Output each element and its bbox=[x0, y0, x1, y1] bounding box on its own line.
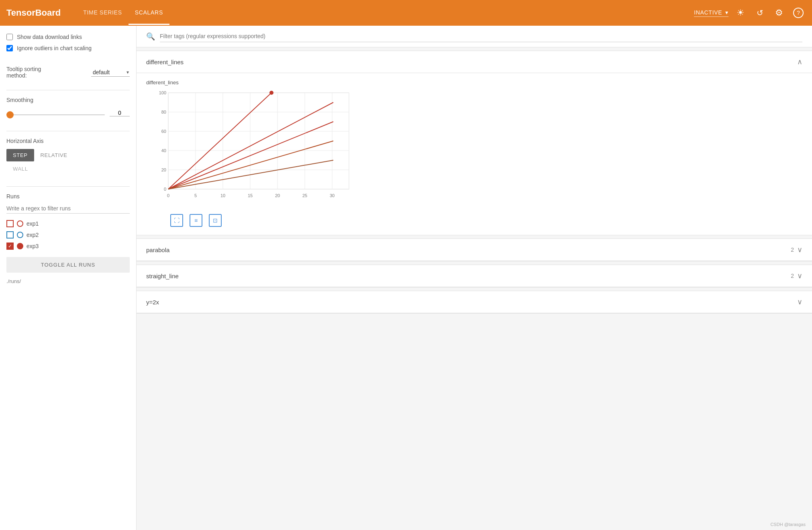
svg-text:0: 0 bbox=[167, 193, 169, 198]
app-header: TensorBoard TIME SERIES SCALARS INACTIVE… bbox=[0, 0, 812, 26]
run-circle-exp3 bbox=[17, 243, 23, 249]
section-right-y2x: ∨ bbox=[797, 298, 802, 306]
settings-button[interactable]: ⚙ bbox=[772, 6, 786, 20]
section-title-y2x: y=2x bbox=[146, 299, 159, 306]
smoothing-control: 0 bbox=[6, 110, 130, 116]
filter-tags-input[interactable] bbox=[160, 31, 802, 42]
run-label-exp1: exp1 bbox=[27, 220, 39, 227]
axis-wall-button[interactable]: WALL bbox=[6, 163, 35, 175]
section-header-straight-line[interactable]: straight_line 2 ∨ bbox=[137, 265, 812, 287]
section-right-different-lines: ∧ bbox=[797, 57, 802, 66]
nav-scalars[interactable]: SCALARS bbox=[129, 1, 169, 25]
divider-1 bbox=[6, 90, 130, 90]
section-count-parabola: 2 bbox=[791, 247, 794, 253]
chevron-down-icon-straight-line: ∨ bbox=[797, 271, 802, 280]
chart-body-different-lines: different_lines bbox=[137, 73, 812, 235]
axis-step-button[interactable]: STEP bbox=[6, 149, 34, 161]
axis-buttons: STEP RELATIVE bbox=[6, 149, 130, 161]
refresh-icon: ↺ bbox=[757, 8, 763, 18]
axis-section: Horizontal Axis STEP RELATIVE WALL bbox=[6, 138, 130, 180]
chart-different-lines: 100 80 60 40 20 0 0 5 10 15 20 25 30 bbox=[146, 89, 355, 209]
run-checkbox-exp3[interactable]: ✓ bbox=[6, 243, 14, 250]
smoothing-slider-wrapper bbox=[6, 110, 105, 116]
smoothing-section: Smoothing 0 bbox=[6, 97, 130, 124]
expand-icon: ⛶ bbox=[174, 217, 180, 224]
chart-svg-different-lines: 100 80 60 40 20 0 0 5 10 15 20 25 30 bbox=[146, 89, 355, 209]
run-label-exp2: exp2 bbox=[27, 232, 39, 238]
axis-relative-button[interactable]: RELATIVE bbox=[34, 149, 74, 161]
svg-text:20: 20 bbox=[275, 193, 280, 198]
download-section: Show data download links Ignore outliers… bbox=[6, 34, 130, 64]
show-download-checkbox[interactable] bbox=[6, 34, 13, 40]
section-title-parabola: parabola bbox=[146, 247, 169, 253]
run-checkbox-exp1[interactable] bbox=[6, 220, 14, 227]
svg-text:5: 5 bbox=[194, 193, 197, 198]
runs-path: ./runs/ bbox=[6, 278, 130, 284]
runs-filter-input[interactable] bbox=[6, 204, 130, 214]
nav-time-series[interactable]: TIME SERIES bbox=[77, 1, 128, 25]
section-right-parabola: 2 ∨ bbox=[791, 245, 802, 254]
toggle-all-runs-button[interactable]: TOGGLE ALL RUNS bbox=[6, 257, 130, 273]
ignore-outliers-row[interactable]: Ignore outliers in chart scaling bbox=[6, 45, 130, 51]
refresh-button[interactable]: ↺ bbox=[753, 6, 767, 20]
svg-text:40: 40 bbox=[161, 148, 166, 153]
svg-text:80: 80 bbox=[161, 110, 166, 114]
runs-title: Runs bbox=[6, 193, 130, 200]
smoothing-slider[interactable] bbox=[6, 114, 105, 115]
ignore-outliers-checkbox[interactable] bbox=[6, 45, 13, 51]
dropdown-arrow-icon: ▾ bbox=[725, 9, 728, 16]
chevron-down-icon-y2x: ∨ bbox=[797, 298, 802, 306]
help-button[interactable]: ? bbox=[791, 6, 806, 20]
svg-point-32 bbox=[269, 91, 273, 95]
svg-text:15: 15 bbox=[248, 193, 253, 198]
runs-section: Runs exp1 exp2 ✓ exp3 TOGGLE ALL RUNS ./ bbox=[6, 193, 130, 522]
data-select-button[interactable]: ⊡ bbox=[209, 214, 222, 227]
svg-text:20: 20 bbox=[161, 167, 166, 172]
show-download-row[interactable]: Show data download links bbox=[6, 34, 130, 40]
header-right: INACTIVE ▾ ☀ ↺ ⚙ ? bbox=[694, 6, 806, 20]
svg-text:60: 60 bbox=[161, 129, 166, 134]
svg-text:10: 10 bbox=[220, 193, 225, 198]
chevron-up-icon: ∧ bbox=[797, 57, 802, 66]
section-count-straight-line: 2 bbox=[791, 273, 794, 279]
run-item-exp3: ✓ exp3 bbox=[6, 243, 130, 250]
brightness-icon: ☀ bbox=[737, 8, 745, 18]
legend-button[interactable]: ≡ bbox=[190, 214, 202, 227]
svg-text:0: 0 bbox=[164, 187, 166, 192]
ignore-outliers-label: Ignore outliers in chart scaling bbox=[17, 45, 92, 51]
smoothing-input[interactable]: 0 bbox=[110, 110, 130, 116]
search-icon: 🔍 bbox=[146, 32, 155, 41]
run-checkbox-exp2[interactable] bbox=[6, 231, 14, 238]
tooltip-row: Tooltip sortingmethod: default ascending… bbox=[6, 66, 130, 79]
section-y2x: y=2x ∨ bbox=[137, 291, 812, 314]
section-header-parabola[interactable]: parabola 2 ∨ bbox=[137, 239, 812, 261]
legend-icon: ≡ bbox=[194, 217, 198, 224]
tooltip-sort-label: Tooltip sortingmethod: bbox=[6, 66, 86, 79]
section-header-different-lines[interactable]: different_lines ∧ bbox=[137, 51, 812, 73]
show-download-label: Show data download links bbox=[17, 34, 82, 40]
divider-2 bbox=[6, 131, 130, 131]
main-container: Show data download links Ignore outliers… bbox=[0, 26, 812, 530]
sidebar: Show data download links Ignore outliers… bbox=[0, 26, 137, 530]
main-nav: TIME SERIES SCALARS bbox=[77, 1, 694, 25]
status-label: INACTIVE bbox=[694, 9, 722, 16]
section-header-y2x[interactable]: y=2x ∨ bbox=[137, 291, 812, 313]
chevron-down-icon-parabola: ∨ bbox=[797, 245, 802, 254]
filter-bar: 🔍 bbox=[137, 26, 812, 47]
chart-controls-different-lines: ⛶ ≡ ⊡ bbox=[146, 214, 802, 227]
svg-text:100: 100 bbox=[159, 90, 166, 95]
gear-icon: ⚙ bbox=[775, 8, 783, 18]
run-item-exp1: exp1 bbox=[6, 220, 130, 227]
footer-note: CSDH @tarasgas bbox=[770, 522, 806, 527]
tooltip-sort-select[interactable]: default ascending descending bbox=[91, 68, 130, 77]
brightness-button[interactable]: ☀ bbox=[733, 6, 748, 20]
expand-chart-button[interactable]: ⛶ bbox=[170, 214, 183, 227]
divider-3 bbox=[6, 186, 130, 187]
run-item-exp2: exp2 bbox=[6, 231, 130, 238]
help-icon: ? bbox=[793, 8, 804, 18]
run-label-exp3: exp3 bbox=[27, 243, 39, 249]
section-title-different-lines: different_lines bbox=[146, 59, 184, 65]
axis-label: Horizontal Axis bbox=[6, 138, 130, 144]
run-circle-exp2 bbox=[17, 232, 23, 238]
status-dropdown[interactable]: INACTIVE ▾ bbox=[694, 9, 728, 17]
